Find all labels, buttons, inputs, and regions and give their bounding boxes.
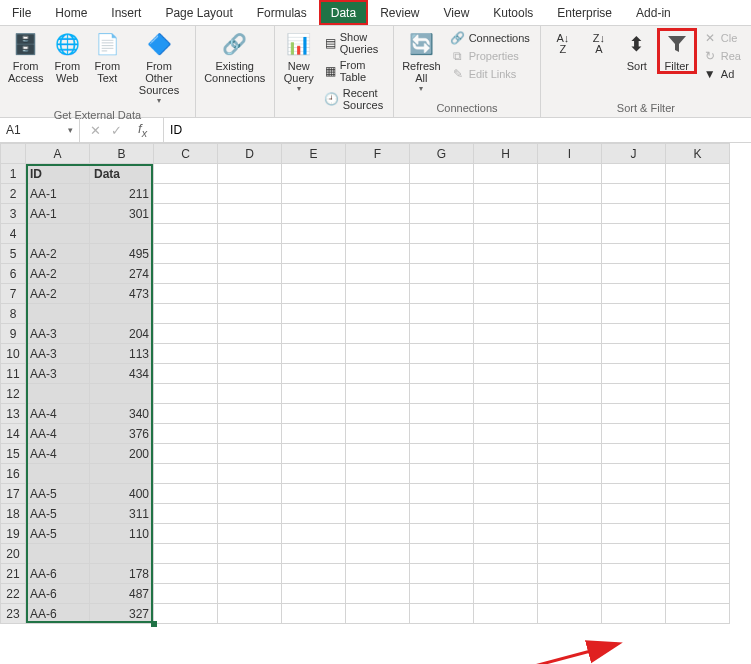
cell[interactable] (282, 324, 346, 344)
cell[interactable] (346, 564, 410, 584)
cell[interactable] (410, 484, 474, 504)
cell[interactable] (474, 164, 538, 184)
cell[interactable] (602, 184, 666, 204)
cell[interactable] (282, 224, 346, 244)
cell[interactable] (666, 504, 730, 524)
refresh-all-button[interactable]: 🔄 Refresh All ▾ (398, 28, 445, 95)
row-header[interactable]: 13 (1, 404, 26, 424)
column-header[interactable]: K (666, 144, 730, 164)
cell[interactable] (218, 384, 282, 404)
cell[interactable] (346, 204, 410, 224)
cell[interactable] (282, 504, 346, 524)
cell[interactable]: 434 (90, 364, 154, 384)
cell[interactable] (602, 344, 666, 364)
cell[interactable] (410, 164, 474, 184)
cell[interactable] (602, 304, 666, 324)
cell[interactable] (26, 464, 90, 484)
column-header[interactable]: A (26, 144, 90, 164)
cell[interactable] (282, 604, 346, 624)
cell[interactable] (602, 364, 666, 384)
cell[interactable] (602, 284, 666, 304)
cell[interactable] (218, 604, 282, 624)
cell[interactable] (666, 304, 730, 324)
from-web-button[interactable]: 🌐 From Web (47, 28, 87, 86)
cell[interactable] (538, 564, 602, 584)
cell[interactable] (26, 544, 90, 564)
cell[interactable] (602, 584, 666, 604)
cell[interactable] (282, 564, 346, 584)
cell[interactable] (538, 224, 602, 244)
cell[interactable] (602, 444, 666, 464)
cell[interactable] (154, 424, 218, 444)
cell[interactable] (154, 164, 218, 184)
cell[interactable] (474, 224, 538, 244)
cell[interactable] (474, 484, 538, 504)
cell[interactable] (474, 404, 538, 424)
cell[interactable]: AA-3 (26, 344, 90, 364)
cell[interactable] (666, 464, 730, 484)
cell[interactable] (346, 164, 410, 184)
cell[interactable] (666, 184, 730, 204)
cell[interactable] (90, 464, 154, 484)
tab-home[interactable]: Home (43, 0, 99, 25)
cell[interactable] (602, 384, 666, 404)
column-header[interactable]: E (282, 144, 346, 164)
row-header[interactable]: 19 (1, 524, 26, 544)
cell[interactable] (282, 344, 346, 364)
cell[interactable] (538, 504, 602, 524)
cell[interactable] (410, 444, 474, 464)
cell[interactable] (282, 204, 346, 224)
cell[interactable] (410, 564, 474, 584)
cell[interactable]: AA-5 (26, 524, 90, 544)
cell[interactable] (666, 384, 730, 404)
cell[interactable] (154, 384, 218, 404)
cell[interactable]: AA-6 (26, 604, 90, 624)
cell[interactable] (282, 424, 346, 444)
cell[interactable] (474, 384, 538, 404)
cell[interactable] (666, 244, 730, 264)
tab-review[interactable]: Review (368, 0, 431, 25)
cell[interactable] (538, 464, 602, 484)
cell[interactable] (218, 464, 282, 484)
cell[interactable] (218, 184, 282, 204)
cell[interactable] (282, 484, 346, 504)
cell[interactable] (282, 244, 346, 264)
cell[interactable] (218, 264, 282, 284)
cell[interactable] (154, 464, 218, 484)
cell[interactable] (218, 504, 282, 524)
cell[interactable] (602, 504, 666, 524)
cell[interactable] (346, 504, 410, 524)
cell[interactable] (218, 444, 282, 464)
sort-desc-button[interactable]: Z↓A (581, 28, 617, 62)
cell[interactable] (538, 484, 602, 504)
cell[interactable] (410, 284, 474, 304)
cell[interactable] (538, 524, 602, 544)
cell[interactable] (666, 364, 730, 384)
cell[interactable] (154, 604, 218, 624)
cell[interactable] (474, 524, 538, 544)
row-header[interactable]: 21 (1, 564, 26, 584)
cell[interactable] (154, 204, 218, 224)
cell[interactable]: 487 (90, 584, 154, 604)
cell[interactable] (282, 444, 346, 464)
cell[interactable] (602, 404, 666, 424)
cell[interactable]: 495 (90, 244, 154, 264)
cell[interactable] (410, 344, 474, 364)
cell[interactable] (602, 204, 666, 224)
cell[interactable] (218, 424, 282, 444)
cell[interactable] (154, 564, 218, 584)
cell[interactable] (666, 324, 730, 344)
cell[interactable] (90, 544, 154, 564)
cell[interactable] (154, 504, 218, 524)
cell[interactable] (154, 184, 218, 204)
row-header[interactable]: 14 (1, 424, 26, 444)
cell[interactable] (410, 184, 474, 204)
cell[interactable] (474, 504, 538, 524)
cell[interactable] (90, 224, 154, 244)
cell[interactable] (538, 344, 602, 364)
cell[interactable] (474, 184, 538, 204)
sort-button[interactable]: ⬍ Sort (617, 28, 657, 74)
cell[interactable] (474, 204, 538, 224)
cell[interactable] (410, 244, 474, 264)
cell[interactable] (346, 484, 410, 504)
